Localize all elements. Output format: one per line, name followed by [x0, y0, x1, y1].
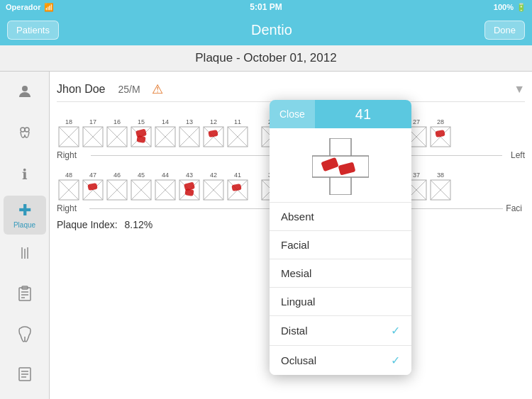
popup-menu-lingual[interactable]: Lingual: [270, 287, 411, 315]
distal-checkmark: ✓: [391, 324, 400, 337]
popup-tooth-number: 41: [315, 106, 411, 123]
sidebar: ℹ ✚ Plaque: [0, 72, 50, 399]
sidebar-item-dental[interactable]: [4, 115, 46, 154]
facial-option-label: Facial: [281, 239, 309, 251]
status-battery: 100% 🔋: [494, 3, 526, 12]
distal-label: Distal: [281, 325, 308, 337]
sidebar-item-instruments[interactable]: [4, 236, 46, 275]
tooth-17[interactable]: 17: [81, 118, 105, 147]
sidebar-item-clipboard[interactable]: [4, 276, 46, 315]
sidebar-item-report[interactable]: [4, 357, 46, 396]
upper-left-quadrant: 18 17 16 15: [57, 118, 250, 147]
info-icon: ℹ: [22, 166, 28, 183]
oclusal-checkmark: ✓: [391, 354, 400, 367]
content-area: Jhon Doe 25/M ⚠ ▼ Facial 18 17: [50, 72, 532, 399]
app-title: Dentio: [251, 22, 292, 38]
lower-left-quadrant: 48 47 46: [57, 172, 250, 201]
patient-name: Jhon Doe: [57, 83, 106, 96]
status-carrier: Operador 📶: [6, 3, 54, 12]
popup-menu: Absent Facial Mesial Lingual Distal ✓ Oc…: [270, 202, 411, 375]
patient-age: 25/M: [118, 84, 140, 95]
popup-tooth-diagram: [270, 128, 411, 202]
plaque-index-label: Plaque Index:: [57, 219, 118, 230]
divider-left: [91, 155, 287, 156]
lower-right-label: Right: [57, 203, 89, 213]
lower-facial-label: Faci: [506, 203, 522, 213]
svg-point-2: [25, 128, 29, 132]
popup-menu-absent[interactable]: Absent: [270, 202, 411, 230]
popup-menu-mesial[interactable]: Mesial: [270, 259, 411, 287]
tooth-13[interactable]: 13: [177, 118, 201, 147]
tooth-16[interactable]: 16: [105, 118, 129, 147]
tooth-48[interactable]: 48: [57, 172, 81, 201]
back-button[interactable]: Patients: [7, 21, 59, 40]
clipboard-icon: [18, 286, 32, 305]
absent-label: Absent: [281, 210, 314, 223]
status-bar: Operador 📶 5:01 PM 100% 🔋: [0, 0, 532, 14]
oclusal-label: Oclusal: [281, 354, 316, 366]
tooth-43[interactable]: 43: [177, 172, 201, 201]
tooth-14[interactable]: 14: [153, 118, 177, 147]
svg-point-0: [22, 86, 28, 91]
main-layout: ℹ ✚ Plaque: [0, 72, 532, 399]
popup-menu-distal[interactable]: Distal ✓: [270, 315, 411, 345]
tooth-47[interactable]: 47: [81, 172, 105, 201]
tooth-38[interactable]: 38: [428, 172, 453, 201]
popup-close-button[interactable]: Close: [270, 100, 315, 128]
tooth-icon: [17, 325, 33, 347]
tooth-15[interactable]: 15: [129, 118, 153, 147]
tooth-18[interactable]: 18: [57, 118, 81, 147]
patient-row: Jhon Doe 25/M ⚠ ▼: [57, 77, 525, 102]
tooth-45[interactable]: 45: [129, 172, 153, 201]
dental-icon: [16, 123, 33, 145]
tooth-28[interactable]: 28: [428, 118, 453, 147]
tooth-11[interactable]: 11: [226, 118, 250, 147]
tooth-46[interactable]: 46: [105, 172, 129, 201]
sidebar-item-tooth2[interactable]: [4, 317, 46, 356]
status-time: 5:01 PM: [250, 2, 282, 12]
page-subtitle: Plaque - October 01, 2012: [0, 45, 532, 72]
svg-point-1: [21, 128, 25, 132]
nav-bar: Patients Dentio Done: [0, 14, 532, 45]
mesial-label: Mesial: [281, 267, 311, 279]
alert-icon: ⚠: [152, 82, 163, 97]
right-label: Right: [57, 150, 89, 160]
report-icon: [18, 366, 32, 386]
battery-icon: 🔋: [516, 3, 526, 12]
plaque-icon: ✚: [18, 201, 31, 220]
person-icon: [16, 83, 33, 104]
tooth-42[interactable]: 42: [201, 172, 226, 201]
instruments-icon: [17, 245, 33, 265]
popup-header: Close 41: [270, 100, 411, 128]
left-label: Left: [504, 150, 525, 160]
sidebar-item-plaque[interactable]: ✚ Plaque: [4, 196, 46, 235]
sidebar-item-info[interactable]: ℹ: [4, 155, 46, 194]
subtitle-text: Plaque - October 01, 2012: [195, 51, 336, 64]
popup-menu-facial[interactable]: Facial: [270, 230, 411, 259]
carrier-text: Operador: [6, 3, 41, 11]
done-button[interactable]: Done: [484, 21, 525, 40]
sidebar-item-label: Plaque: [13, 221, 35, 229]
popup-menu-oclusal[interactable]: Oclusal ✓: [270, 345, 411, 375]
lingual-label: Lingual: [281, 296, 315, 308]
tooth-popup: Close 41 Absent: [270, 100, 411, 375]
battery-text: 100%: [494, 3, 514, 11]
sidebar-item-patient[interactable]: [4, 74, 46, 113]
wifi-icon: 📶: [44, 3, 54, 12]
tooth-41[interactable]: 41: [226, 172, 250, 201]
filter-icon[interactable]: ▼: [514, 83, 525, 96]
tooth-12[interactable]: 12: [201, 118, 226, 147]
tooth-44[interactable]: 44: [153, 172, 177, 201]
plaque-index-value: 8.12%: [125, 219, 153, 230]
